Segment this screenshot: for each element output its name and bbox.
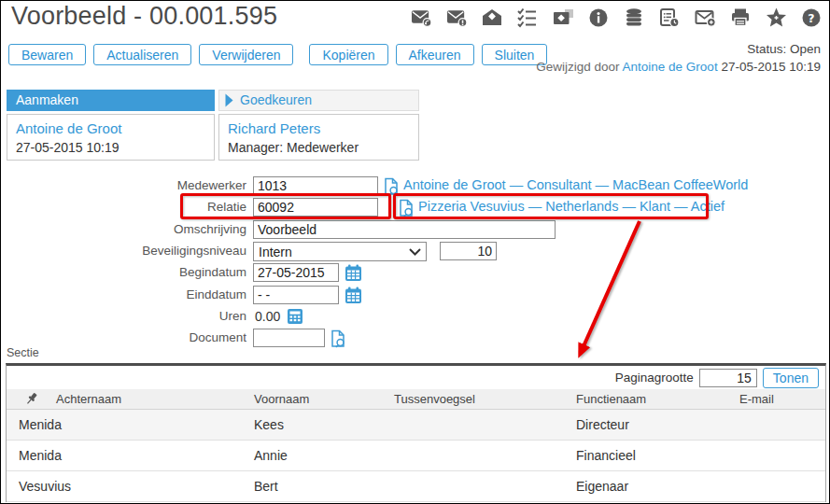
info-icon[interactable] xyxy=(588,7,610,28)
message-feed-icon[interactable] xyxy=(411,7,432,28)
table-row[interactable]: Menida Kees Directeur xyxy=(7,410,825,441)
copy-button[interactable]: Kopiëren xyxy=(309,44,387,65)
page-title: Voorbeeld - 00.001.595 xyxy=(11,2,277,31)
workflow-tab-label: Goedkeuren xyxy=(240,90,312,111)
contacts-grid: Paginagrootte Tonen Achternaam Voornaam … xyxy=(6,363,826,502)
niveau-number-input[interactable] xyxy=(440,242,497,260)
delete-button[interactable]: Verwijderen xyxy=(199,44,293,65)
toolbar: ? xyxy=(411,7,823,28)
table-row[interactable]: Menida Annie Financieel xyxy=(7,441,825,471)
omschrijving-label: Omschrijving xyxy=(1,219,246,240)
page-size-label: Paginagrootte xyxy=(615,371,694,385)
einddatum-label: Einddatum xyxy=(1,285,246,305)
workflow-card-aanmaken: Antoine de Groot 27-05-2015 10:19 xyxy=(7,114,215,161)
workflow-detail: Manager: Medewerker xyxy=(228,140,359,155)
action-button-row: Bewaren Actualiseren Verwijderen Kopiëre… xyxy=(8,44,547,65)
step-arrow-icon xyxy=(225,93,233,107)
status-text: Status: Open xyxy=(536,40,821,58)
refresh-button[interactable]: Actualiseren xyxy=(93,44,191,65)
einddatum-calendar-icon[interactable] xyxy=(345,287,362,304)
col-header-achternaam[interactable]: Achternaam xyxy=(56,389,121,410)
begindatum-calendar-icon[interactable] xyxy=(345,264,362,282)
pagination-row: Paginagrootte Tonen xyxy=(7,366,825,389)
table-header-row: Achternaam Voornaam Tussenvoegsel Functi… xyxy=(7,389,825,410)
col-header-email[interactable]: E-mail xyxy=(739,389,774,410)
cell-voornaam: Kees xyxy=(254,410,284,441)
relatie-link[interactable]: Pizzeria Vesuvius — Netherlands — Klant … xyxy=(418,199,724,214)
omschrijving-input[interactable] xyxy=(253,220,556,239)
workflow-tab-aanmaken[interactable]: Aanmaken xyxy=(7,90,215,111)
begindatum-label: Begindatum xyxy=(1,262,246,283)
workflow-tab-label: Aanmaken xyxy=(16,90,78,111)
print-icon[interactable] xyxy=(730,7,752,28)
cell-voornaam: Bert xyxy=(254,471,278,502)
document-lookup-icon[interactable] xyxy=(330,329,347,348)
cell-achternaam: Menida xyxy=(19,441,62,471)
uren-calculator-icon[interactable] xyxy=(287,308,303,325)
cell-functienaam: Financieel xyxy=(576,441,636,471)
modified-by-link[interactable]: Antoine de Groot xyxy=(623,60,718,74)
medewerker-input[interactable] xyxy=(253,176,378,195)
database-icon[interactable] xyxy=(624,7,645,28)
medewerker-lookup-icon[interactable] xyxy=(383,177,401,196)
beveiligingsniveau-select[interactable]: Intern xyxy=(253,242,427,261)
report-log-icon[interactable] xyxy=(659,7,681,28)
table-row[interactable]: Vesuvius Bert Eigenaar xyxy=(7,471,825,502)
col-header-functienaam[interactable]: Functienaam xyxy=(576,389,646,410)
help-icon[interactable]: ? xyxy=(801,7,823,28)
modified-line: Gewijzigd door Antoine de Groot 27-05-20… xyxy=(536,58,821,76)
svg-text:?: ? xyxy=(808,11,814,25)
cell-achternaam: Menida xyxy=(19,410,62,441)
cell-voornaam: Annie xyxy=(254,441,288,471)
modified-prefix: Gewijzigd door xyxy=(536,60,619,74)
uren-label: Uren xyxy=(1,306,246,327)
col-header-tussenvoegsel[interactable]: Tussenvoegsel xyxy=(394,389,475,410)
workflow-person-link[interactable]: Richard Peters xyxy=(228,119,410,138)
chevron-down-icon xyxy=(409,248,421,256)
cell-functienaam: Eigenaar xyxy=(576,471,628,502)
col-header-voornaam[interactable]: Voornaam xyxy=(254,389,309,410)
workflow-step-goedkeuren: Goedkeuren Richard Peters Manager: Medew… xyxy=(218,90,419,161)
checklist-icon[interactable] xyxy=(517,7,539,28)
show-button[interactable]: Tonen xyxy=(763,368,819,388)
beveiligingsniveau-value: Intern xyxy=(259,245,292,259)
workflow-task-window: Voorbeeld - 00.001.595 xyxy=(0,0,830,504)
section-label: Sectie xyxy=(7,346,39,359)
workflow-step-aanmaken: Aanmaken Antoine de Groot 27-05-2015 10:… xyxy=(7,90,215,161)
document-input[interactable] xyxy=(253,329,325,347)
workflow-card-goedkeuren: Richard Peters Manager: Medewerker xyxy=(218,114,419,161)
reject-button[interactable]: Afkeuren xyxy=(396,44,474,65)
mail-notification-icon[interactable] xyxy=(695,7,716,28)
workflow-tab-goedkeuren[interactable]: Goedkeuren xyxy=(218,90,419,111)
status-block: Status: Open Gewijzigd door Antoine de G… xyxy=(536,40,821,76)
workflow-detail: 27-05-2015 10:19 xyxy=(16,140,120,155)
medewerker-link[interactable]: Antoine de Groot — Consultant — MacBean … xyxy=(403,177,748,192)
medewerker-label: Medewerker xyxy=(1,175,246,196)
modified-date: 27-05-2015 10:19 xyxy=(721,60,821,74)
relatie-input[interactable] xyxy=(253,198,378,217)
beveiligingsniveau-label: Beveiligingsniveau xyxy=(1,241,246,261)
favorite-star-icon[interactable] xyxy=(766,7,787,28)
archive-mail-icon[interactable] xyxy=(553,7,574,28)
save-button[interactable]: Bewaren xyxy=(8,44,86,65)
cell-achternaam: Vesuvius xyxy=(19,471,71,502)
cell-functienaam: Directeur xyxy=(576,410,629,441)
relatie-lookup-icon[interactable] xyxy=(398,199,415,217)
document-label: Document xyxy=(1,328,246,348)
mail-open-icon[interactable] xyxy=(482,7,503,28)
pin-icon[interactable] xyxy=(25,392,38,406)
einddatum-input[interactable] xyxy=(253,286,339,304)
relatie-label: Relatie xyxy=(1,197,246,217)
page-size-input[interactable] xyxy=(699,369,757,387)
begindatum-input[interactable] xyxy=(253,263,339,282)
uren-value: 0.00 xyxy=(255,306,280,327)
workflow-person-link[interactable]: Antoine de Groot xyxy=(16,119,205,138)
message-alert-icon[interactable] xyxy=(446,7,468,28)
